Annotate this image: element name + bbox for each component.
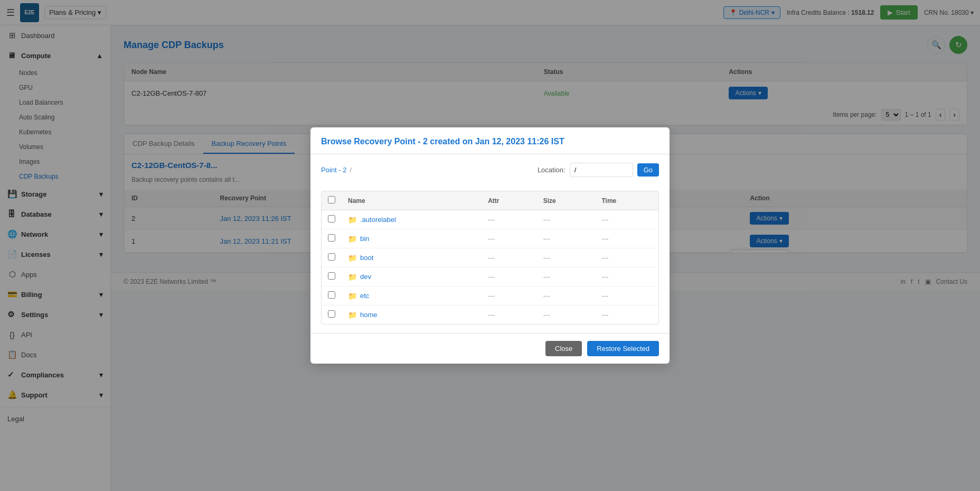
file-attr-cell: --- xyxy=(482,267,537,286)
file-row-checkbox[interactable] xyxy=(328,215,335,223)
file-name-cell: 📁 .autorelabel xyxy=(342,210,482,229)
file-size-cell: --- xyxy=(537,267,596,286)
location-input[interactable] xyxy=(570,163,633,177)
file-table-row: 📁 bin --- --- --- xyxy=(322,229,658,248)
col-checkbox xyxy=(322,191,342,210)
folder-link[interactable]: 📁 bin xyxy=(348,235,475,243)
file-row-checkbox[interactable] xyxy=(328,310,335,318)
file-row-checkbox-cell xyxy=(322,210,342,229)
file-name-cell: 📁 boot xyxy=(342,248,482,267)
file-row-checkbox-cell xyxy=(322,305,342,325)
file-table-row: 📁 etc --- --- --- xyxy=(322,286,658,305)
modal-body: Point - 2 / Location: Go xyxy=(310,154,670,333)
go-button[interactable]: Go xyxy=(637,163,659,177)
folder-icon: 📁 xyxy=(348,254,357,262)
modal-footer: Close Restore Selected xyxy=(310,333,670,364)
file-attr-cell: --- xyxy=(482,305,537,325)
file-attr-cell: --- xyxy=(482,229,537,248)
folder-icon: 📁 xyxy=(348,311,357,319)
location-label: Location: xyxy=(538,166,566,174)
col-time: Time xyxy=(595,191,658,210)
col-attr: Attr xyxy=(482,191,537,210)
file-name-cell: 📁 home xyxy=(342,305,482,325)
modal-header: Browse Recovery Point - 2 created on Jan… xyxy=(310,127,670,154)
file-table-row: 📁 boot --- --- --- xyxy=(322,248,658,267)
file-time-cell: --- xyxy=(595,210,658,229)
file-time-cell: --- xyxy=(595,248,658,267)
folder-icon: 📁 xyxy=(348,292,357,300)
file-row-checkbox-cell xyxy=(322,248,342,267)
file-table-row: 📁 .autorelabel --- --- --- xyxy=(322,210,658,229)
col-name: Name xyxy=(342,191,482,210)
file-attr-cell: --- xyxy=(482,248,537,267)
folder-link[interactable]: 📁 home xyxy=(348,311,475,319)
modal-title: Browse Recovery Point - 2 created on Jan… xyxy=(321,137,659,146)
breadcrumb-separator: / xyxy=(350,166,352,174)
file-row-checkbox[interactable] xyxy=(328,291,335,299)
folder-icon: 📁 xyxy=(348,216,357,224)
breadcrumb-location-row: Point - 2 / Location: Go xyxy=(321,163,659,184)
folder-icon: 📁 xyxy=(348,235,357,243)
file-time-cell: --- xyxy=(595,229,658,248)
col-size: Size xyxy=(537,191,596,210)
close-button[interactable]: Close xyxy=(545,341,582,356)
file-size-cell: --- xyxy=(537,286,596,305)
file-row-checkbox[interactable] xyxy=(328,272,335,280)
file-name-cell: 📁 bin xyxy=(342,229,482,248)
file-size-cell: --- xyxy=(537,305,596,325)
file-table-container: Name Attr Size Time 📁 .autorelabel --- -… xyxy=(321,191,659,325)
file-size-cell: --- xyxy=(537,210,596,229)
file-size-cell: --- xyxy=(537,248,596,267)
breadcrumb: Point - 2 / xyxy=(321,166,352,174)
file-table-row: 📁 dev --- --- --- xyxy=(322,267,658,286)
location-row: Location: Go xyxy=(538,163,659,177)
file-row-checkbox-cell xyxy=(322,267,342,286)
file-time-cell: --- xyxy=(595,305,658,325)
file-row-checkbox[interactable] xyxy=(328,234,335,242)
breadcrumb-point[interactable]: Point - 2 xyxy=(321,166,346,174)
folder-link[interactable]: 📁 boot xyxy=(348,254,475,262)
file-table: Name Attr Size Time 📁 .autorelabel --- -… xyxy=(322,191,658,324)
folder-link[interactable]: 📁 etc xyxy=(348,292,475,300)
file-row-checkbox-cell xyxy=(322,286,342,305)
file-time-cell: --- xyxy=(595,286,658,305)
folder-link[interactable]: 📁 dev xyxy=(348,273,475,281)
file-attr-cell: --- xyxy=(482,210,537,229)
file-table-row: 📁 home --- --- --- xyxy=(322,305,658,325)
file-time-cell: --- xyxy=(595,267,658,286)
folder-icon: 📁 xyxy=(348,273,357,281)
browse-recovery-modal: Browse Recovery Point - 2 created on Jan… xyxy=(310,127,670,364)
file-row-checkbox-cell xyxy=(322,229,342,248)
file-attr-cell: --- xyxy=(482,286,537,305)
modal-overlay: Browse Recovery Point - 2 created on Jan… xyxy=(0,0,980,491)
file-name-cell: 📁 dev xyxy=(342,267,482,286)
restore-selected-button[interactable]: Restore Selected xyxy=(587,341,659,356)
select-all-checkbox[interactable] xyxy=(328,196,335,203)
file-size-cell: --- xyxy=(537,229,596,248)
file-row-checkbox[interactable] xyxy=(328,253,335,261)
folder-link[interactable]: 📁 .autorelabel xyxy=(348,216,475,224)
file-name-cell: 📁 etc xyxy=(342,286,482,305)
